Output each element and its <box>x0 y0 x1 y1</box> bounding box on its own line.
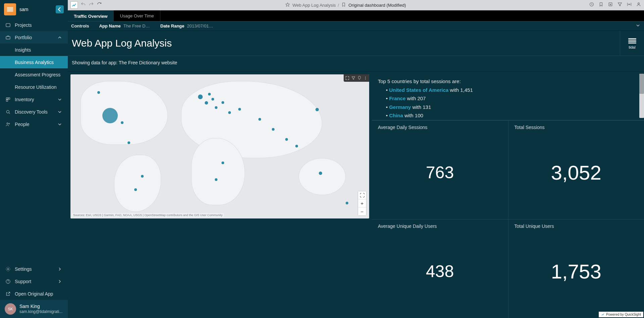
controls-bar: Controls App Name The Free Dicti... Date… <box>68 21 644 31</box>
top5-row: United Kingdom of Great Britain and Nort… <box>386 120 638 121</box>
powered-by-quicksight-badge: Powered by QuickSight <box>599 312 643 317</box>
sidebar-header: sam <box>0 0 68 19</box>
filter-icon[interactable] <box>617 2 623 8</box>
top5-value: 131 <box>423 104 431 110</box>
user-icon[interactable] <box>636 2 641 8</box>
gear-icon <box>5 266 11 272</box>
control-label: App Name <box>99 23 120 28</box>
powered-label: Powered by QuickSight <box>606 313 641 316</box>
top5-country: United States of America <box>389 87 448 93</box>
chevron-down-icon <box>57 97 62 102</box>
top5-country: China <box>389 113 403 118</box>
top5-panel: Top 5 countries by total sessions are: U… <box>372 72 644 120</box>
control-value: The Free Dicti... <box>123 23 150 28</box>
top5-value: 207 <box>417 96 426 101</box>
nav-discovery-tools[interactable]: Discovery Tools <box>0 106 68 118</box>
fit-width-icon[interactable] <box>627 2 632 8</box>
external-link-icon <box>5 291 11 297</box>
svg-point-10 <box>8 282 8 282</box>
map-zoom-controls: ⛶ + − <box>358 191 366 216</box>
control-daterange[interactable]: Date Range 2013/07/01 00:... <box>160 23 214 28</box>
projects-icon <box>5 22 11 28</box>
kpi-value: 3,052 <box>514 130 638 215</box>
world-map-canvas <box>70 74 369 218</box>
map-fullscreen-button[interactable]: ⛶ <box>358 191 366 199</box>
redo-button[interactable] <box>89 2 94 8</box>
nav-label: Discovery Tools <box>15 109 48 115</box>
svg-point-6 <box>7 123 8 124</box>
content-area: ⛶ + − Sources: Esri, USGS | Garmin, FAO,… <box>68 72 644 318</box>
tab-traffic-overview[interactable]: Traffic Overview <box>68 10 114 21</box>
nav-label: Resource Utilization <box>15 84 57 90</box>
quicksight-app-icon[interactable] <box>70 1 78 9</box>
undo-button[interactable] <box>81 2 86 8</box>
sidebar: sam Projects Portfolio Insights Business… <box>0 0 68 318</box>
nav-label: People <box>15 122 30 127</box>
topbar-subtitle: Original dashboard (Modified) <box>348 3 406 8</box>
top5-heading: Top 5 countries by total sessions are: <box>378 77 638 86</box>
map-zoom-out-button[interactable]: − <box>358 207 366 215</box>
kpi-value: 763 <box>378 130 502 215</box>
sidebar-user-short: sam <box>19 7 28 12</box>
nav-open-original-app[interactable]: Open Original App <box>0 288 68 300</box>
nav-projects[interactable]: Projects <box>0 19 68 31</box>
kpi-total-sessions: Total Sessions 3,052 <box>508 120 644 219</box>
control-value: 2013/07/01 00:... <box>187 23 214 28</box>
sidebar-profile[interactable]: SK Sam King sam.king@tidalmigrati... <box>0 300 68 318</box>
bookmark-icon[interactable] <box>341 2 346 8</box>
control-appname[interactable]: App Name The Free Dicti... <box>99 23 150 28</box>
clock-icon[interactable] <box>589 2 594 8</box>
chart-icon <box>71 2 77 8</box>
bookmark-solid-icon[interactable] <box>598 2 604 8</box>
export-icon[interactable] <box>608 2 613 8</box>
world-map-visual[interactable]: ⛶ + − Sources: Esri, USGS | Garmin, FAO,… <box>70 74 369 218</box>
top5-value: 100 <box>415 113 423 118</box>
nav-label: Support <box>15 279 31 284</box>
kpi-value: 1,753 <box>514 229 638 314</box>
star-icon[interactable] <box>285 2 290 8</box>
kpi-label: Total Unique Users <box>514 224 638 229</box>
svg-point-5 <box>6 110 9 113</box>
chevron-right-icon <box>57 279 62 284</box>
nav-assessment-progress[interactable]: Assessment Progress <box>0 68 68 81</box>
inventory-icon <box>5 97 11 102</box>
tidal-brand-label: tidal <box>629 45 635 49</box>
svg-rect-0 <box>6 23 10 26</box>
sidebar-collapse-button[interactable] <box>56 5 64 13</box>
kpi-label: Average Unique Daily Users <box>378 224 502 229</box>
nav-settings[interactable]: Settings <box>0 263 68 275</box>
tidal-logo-icon <box>6 6 14 13</box>
chevron-right-icon <box>57 266 62 272</box>
nav-label: Open Original App <box>15 291 53 297</box>
svg-point-8 <box>7 268 9 270</box>
topbar-title: Web App Log Analysis <box>292 3 336 8</box>
map-zoom-in-button[interactable]: + <box>358 199 366 207</box>
nav-support[interactable]: Support <box>0 275 68 288</box>
nav-portfolio[interactable]: Portfolio <box>0 31 68 44</box>
kpi-total-unique-users: Total Unique Users 1,753 <box>508 219 644 318</box>
kpi-value: 438 <box>378 229 502 314</box>
right-column: Top 5 countries by total sessions are: U… <box>372 72 644 318</box>
chevron-down-icon <box>57 109 62 115</box>
nav-business-analytics[interactable]: Business Analytics <box>0 56 68 68</box>
nav-resource-utilization[interactable]: Resource Utilization <box>0 81 68 93</box>
refresh-button[interactable] <box>97 2 102 8</box>
page-title: Web App Log Analysis <box>68 38 620 49</box>
tab-usage-over-time[interactable]: Usage Over Time <box>114 10 160 21</box>
topbar-sep: / <box>338 3 339 8</box>
top5-row: China with 100 <box>386 111 638 120</box>
nav-insights[interactable]: Insights <box>0 44 68 56</box>
kpi-label: Total Sessions <box>514 125 638 130</box>
nav-label: Projects <box>15 22 32 28</box>
top5-scrollbar-thumb[interactable] <box>639 74 644 94</box>
controls-expand-button[interactable] <box>635 23 641 29</box>
nav-label: Assessment Progress <box>15 72 60 77</box>
dashboard-tabs: Traffic Overview Usage Over Time <box>68 10 644 21</box>
top5-value: 1,451 <box>460 87 473 93</box>
nav-people[interactable]: People <box>0 118 68 130</box>
nav-inventory[interactable]: Inventory <box>0 93 68 106</box>
help-icon <box>5 279 11 284</box>
page-subtitle: Showing data for app: The Free Dictionar… <box>68 56 644 72</box>
topbar-right <box>589 2 641 8</box>
user-info: Sam King sam.king@tidalmigrati... <box>19 303 62 315</box>
